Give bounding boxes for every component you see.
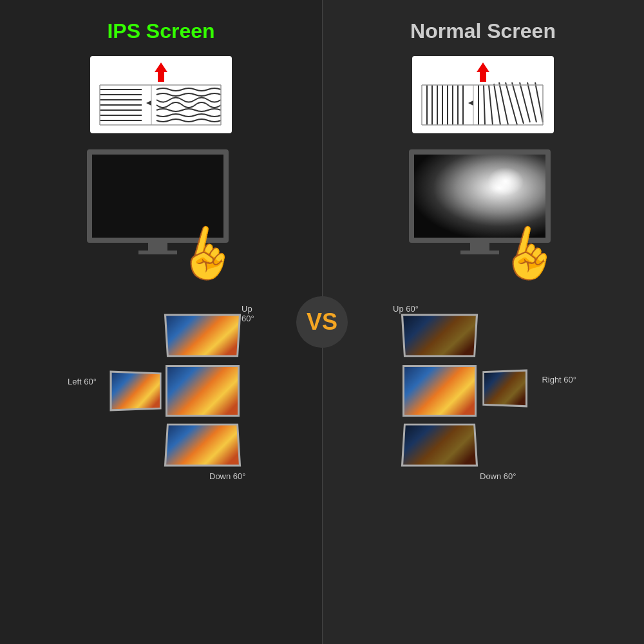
normal-viewing-section: Up 60° Right 60°	[335, 301, 631, 481]
main-container: VS IPS Screen	[0, 0, 644, 644]
ips-angle-grid: Left 60° Up 60°	[68, 301, 254, 481]
normal-glow-effect	[486, 166, 525, 198]
vs-badge: VS	[296, 296, 348, 348]
ips-title: IPS Screen	[107, 19, 214, 43]
normal-title: Normal Screen	[410, 19, 556, 43]
ips-thumb-bottom	[164, 424, 241, 467]
ips-monitor-base	[138, 251, 177, 254]
ips-thumb-top	[164, 314, 241, 357]
normal-molecule-diagram	[412, 56, 554, 133]
ips-thumb-left	[110, 370, 162, 411]
ips-down-label: Down 60°	[209, 471, 246, 481]
ips-thumb-bottom-inner	[166, 426, 239, 465]
normal-thumb-top-inner	[403, 316, 476, 355]
svg-marker-8	[146, 100, 151, 106]
ips-monitor-section: ☝	[77, 149, 245, 278]
svg-marker-23	[468, 100, 473, 106]
normal-down-label: Down 60°	[480, 471, 516, 481]
svg-line-26	[489, 85, 493, 125]
normal-monitor-base	[460, 251, 499, 254]
ips-viewing-section: Left 60° Up 60°	[13, 301, 309, 481]
normal-thumb-top	[401, 314, 478, 357]
normal-thumb-center-inner	[404, 367, 475, 415]
svg-marker-14	[477, 62, 489, 82]
ips-left-label: Left 60°	[68, 377, 97, 386]
left-panel: IPS Screen	[0, 0, 322, 644]
svg-line-33	[535, 82, 543, 122]
ips-molecule-diagram	[90, 56, 232, 133]
normal-thumb-bottom	[401, 424, 478, 467]
right-panel: Normal Screen	[322, 0, 644, 644]
ips-thumb-top-inner	[166, 316, 239, 355]
ips-thumb-left-inner	[112, 373, 160, 410]
ips-hand-icon: ☝	[173, 223, 243, 285]
normal-monitor-section: ☝	[399, 149, 567, 278]
normal-monitor-stand	[470, 243, 489, 251]
normal-right-label: Right 60°	[542, 375, 576, 384]
normal-thumb-center	[402, 365, 477, 417]
ips-monitor-stand	[148, 243, 167, 251]
svg-line-25	[484, 85, 485, 125]
ips-up-label: Up 60°	[242, 304, 254, 323]
normal-angle-grid: Up 60° Right 60°	[390, 301, 576, 481]
svg-marker-0	[155, 62, 167, 82]
normal-thumb-bottom-inner	[403, 426, 476, 465]
svg-line-27	[494, 84, 500, 125]
normal-thumb-right	[482, 370, 527, 408]
normal-up-label: Up 60°	[393, 304, 419, 314]
normal-thumb-right-inner	[484, 372, 526, 405]
ips-thumb-center-inner	[167, 367, 238, 415]
ips-thumb-center	[166, 365, 240, 417]
vs-text: VS	[307, 308, 337, 336]
svg-point-39	[488, 167, 524, 196]
normal-hand-icon: ☝	[495, 223, 565, 285]
